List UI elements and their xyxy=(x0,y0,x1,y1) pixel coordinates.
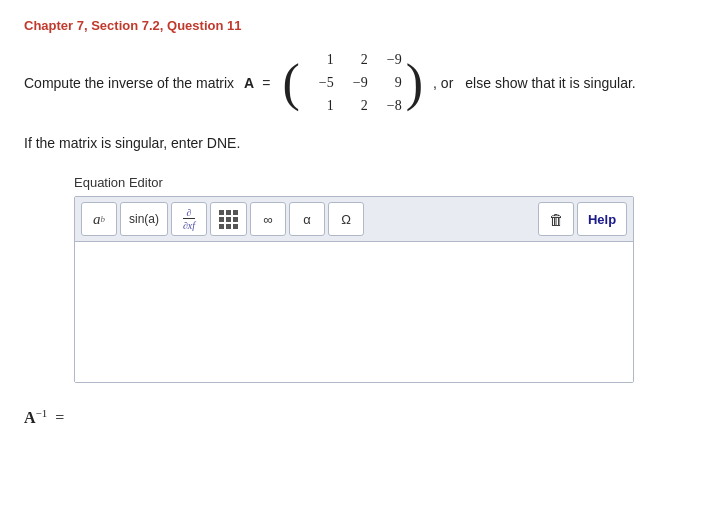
problem-statement: Compute the inverse of the matrix A = ( … xyxy=(24,47,692,119)
infinity-button[interactable]: ∞ xyxy=(250,202,286,236)
equation-editor: a b sin(a) ∂ ∂xf ∞ α Ω xyxy=(74,196,634,383)
editor-toolbar: a b sin(a) ∂ ∂xf ∞ α Ω xyxy=(75,197,633,242)
cell-1-2: 9 xyxy=(372,72,402,94)
cell-2-2: −8 xyxy=(372,95,402,117)
right-paren: ) xyxy=(406,57,423,109)
cell-0-2: −9 xyxy=(372,49,402,71)
left-paren: ( xyxy=(282,57,299,109)
or-text: , or xyxy=(433,72,453,94)
cell-1-0: −5 xyxy=(304,72,334,94)
help-button[interactable]: Help xyxy=(577,202,627,236)
editor-body[interactable] xyxy=(75,242,633,382)
trash-icon: 🗑 xyxy=(549,211,564,228)
superscript-neg1: −1 xyxy=(36,407,48,419)
cell-1-1: −9 xyxy=(338,72,368,94)
matrix-equals: = xyxy=(262,72,270,94)
cell-2-0: 1 xyxy=(304,95,334,117)
cell-0-0: 1 xyxy=(304,49,334,71)
omega-button[interactable]: Ω xyxy=(328,202,364,236)
alpha-button[interactable]: α xyxy=(289,202,325,236)
trash-button[interactable]: 🗑 xyxy=(538,202,574,236)
chapter-title: Chapter 7, Section 7.2, Question 11 xyxy=(24,18,692,33)
cell-0-1: 2 xyxy=(338,49,368,71)
answer-prefix: A−1 = xyxy=(24,407,64,427)
derivative-button[interactable]: ∂ ∂xf xyxy=(171,202,207,236)
matrix-display: ( 1 2 −9 −5 −9 9 1 2 −8 ) xyxy=(282,47,423,119)
matrix-label: A xyxy=(244,72,254,94)
answer-row: A−1 = xyxy=(24,399,692,427)
singular-note: else show that it is singular. xyxy=(465,72,635,94)
cell-2-1: 2 xyxy=(338,95,368,117)
instruction-text: Compute the inverse of the matrix xyxy=(24,72,234,94)
sin-button[interactable]: sin(a) xyxy=(120,202,168,236)
answer-equals: = xyxy=(55,409,64,426)
matrix-grid: 1 2 −9 −5 −9 9 1 2 −8 xyxy=(300,47,406,119)
grid-button[interactable] xyxy=(210,202,247,236)
dne-instruction: If the matrix is singular, enter DNE. xyxy=(24,135,692,151)
equation-editor-label: Equation Editor xyxy=(74,175,692,190)
italic-a-button[interactable]: a b xyxy=(81,202,117,236)
